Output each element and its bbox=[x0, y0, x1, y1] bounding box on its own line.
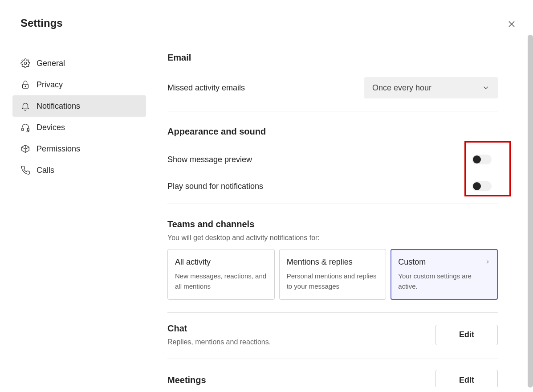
section-appearance: Appearance and sound Show message previe… bbox=[167, 127, 498, 204]
toggle-knob bbox=[473, 155, 481, 163]
gear-icon bbox=[20, 58, 30, 68]
sidebar-item-privacy[interactable]: Privacy bbox=[12, 74, 146, 95]
sidebar-item-label: Devices bbox=[37, 123, 65, 132]
card-title: All activity bbox=[175, 257, 267, 267]
divider bbox=[167, 204, 498, 204]
play-sound-label: Play sound for notifications bbox=[167, 182, 263, 191]
meetings-edit-button[interactable]: Edit bbox=[435, 370, 498, 387]
bell-icon bbox=[20, 101, 30, 111]
chat-subtext: Replies, mentions and reactions. bbox=[167, 338, 271, 346]
divider bbox=[167, 111, 498, 111]
missed-activity-emails-select[interactable]: Once every hour bbox=[364, 77, 498, 98]
phone-icon bbox=[20, 165, 30, 175]
divider bbox=[167, 312, 498, 313]
svg-rect-5 bbox=[22, 128, 24, 131]
section-title-appearance: Appearance and sound bbox=[167, 127, 498, 137]
teams-subtext: You will get desktop and activity notifi… bbox=[167, 234, 498, 242]
card-custom[interactable]: Custom Your custom settings are active. bbox=[391, 249, 498, 300]
svg-rect-6 bbox=[28, 128, 29, 131]
button-label: Edit bbox=[459, 376, 474, 385]
missed-activity-emails-label: Missed activity emails bbox=[167, 83, 245, 93]
sidebar-item-label: Calls bbox=[37, 166, 54, 175]
select-value: Once every hour bbox=[372, 83, 431, 93]
button-label: Edit bbox=[459, 330, 474, 339]
play-sound-toggle[interactable] bbox=[472, 181, 492, 191]
chevron-down-icon bbox=[482, 84, 490, 92]
sidebar-item-label: Notifications bbox=[37, 102, 80, 111]
card-desc: New messages, reactions, and all mention… bbox=[175, 271, 267, 291]
headset-icon bbox=[20, 122, 30, 132]
close-icon bbox=[508, 20, 515, 29]
sidebar-item-general[interactable]: General bbox=[12, 53, 146, 74]
card-title: Mentions & replies bbox=[287, 257, 379, 267]
close-button[interactable] bbox=[506, 20, 517, 30]
settings-sidebar: General Privacy Notifications Devices Pe… bbox=[12, 53, 146, 181]
card-title: Custom bbox=[398, 257, 490, 267]
card-desc: Your custom settings are active. bbox=[398, 271, 490, 291]
sidebar-item-calls[interactable]: Calls bbox=[12, 159, 146, 181]
sidebar-item-devices[interactable]: Devices bbox=[12, 117, 146, 138]
card-desc: Personal mentions and replies to your me… bbox=[287, 271, 379, 291]
divider bbox=[167, 359, 498, 359]
svg-point-4 bbox=[25, 86, 26, 87]
sidebar-item-label: General bbox=[37, 59, 65, 68]
package-icon bbox=[20, 144, 30, 154]
sidebar-item-label: Privacy bbox=[37, 80, 63, 90]
page-title: Settings bbox=[20, 17, 63, 29]
card-all-activity[interactable]: All activity New messages, reactions, an… bbox=[167, 249, 275, 300]
section-email: Email Missed activity emails Once every … bbox=[167, 53, 498, 111]
settings-content: Email Missed activity emails Once every … bbox=[167, 53, 498, 387]
toggle-knob bbox=[473, 182, 481, 190]
sidebar-item-label: Permissions bbox=[37, 144, 80, 154]
sidebar-item-notifications[interactable]: Notifications bbox=[12, 95, 146, 117]
section-title-meetings: Meetings bbox=[167, 375, 206, 385]
show-message-preview-toggle[interactable] bbox=[472, 155, 492, 164]
chevron-right-icon bbox=[484, 259, 491, 265]
section-teams: Teams and channels You will get desktop … bbox=[167, 219, 498, 313]
card-mentions-replies[interactable]: Mentions & replies Personal mentions and… bbox=[279, 249, 387, 300]
section-title-email: Email bbox=[167, 53, 498, 63]
section-chat: Chat Replies, mentions and reactions. Ed… bbox=[167, 323, 498, 359]
section-title-chat: Chat bbox=[167, 323, 271, 334]
svg-rect-3 bbox=[23, 84, 28, 88]
lock-icon bbox=[20, 80, 30, 90]
svg-point-2 bbox=[24, 62, 27, 65]
section-title-teams: Teams and channels bbox=[167, 219, 498, 229]
chat-edit-button[interactable]: Edit bbox=[435, 325, 498, 345]
sidebar-item-permissions[interactable]: Permissions bbox=[12, 138, 146, 159]
vertical-scrollbar[interactable] bbox=[528, 35, 533, 388]
section-meetings: Meetings Edit bbox=[167, 370, 498, 387]
show-message-preview-label: Show message preview bbox=[167, 155, 252, 164]
